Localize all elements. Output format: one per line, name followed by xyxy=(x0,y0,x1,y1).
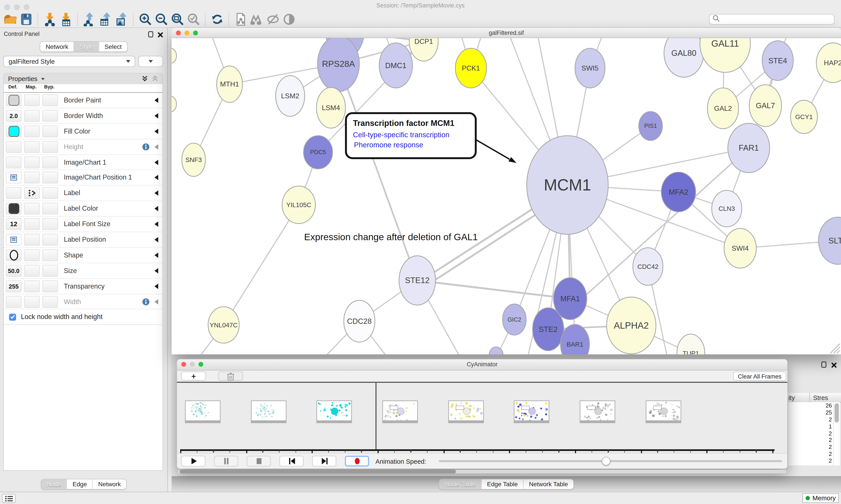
show-all-icon[interactable] xyxy=(281,12,297,27)
tab-select[interactable]: Select xyxy=(99,42,127,51)
collapse-all-icon[interactable] xyxy=(152,75,158,83)
record-button[interactable] xyxy=(345,456,369,467)
attribute-table-scrollbar[interactable] xyxy=(833,402,840,466)
annotation-link[interactable]: Pheromone response xyxy=(354,141,423,149)
table-row[interactable]: 25 xyxy=(788,409,834,416)
float-panel-icon[interactable] xyxy=(148,30,153,40)
memory-button[interactable]: Memory xyxy=(803,493,839,503)
frame-thumbnail-5[interactable] xyxy=(514,400,550,423)
tab-node-table[interactable]: Node Table xyxy=(439,479,481,489)
mapping-cell[interactable] xyxy=(24,265,40,276)
expand-property-arrow[interactable] xyxy=(155,128,158,134)
property-row-transparency[interactable]: 255Transparency xyxy=(4,279,162,294)
expand-property-arrow[interactable] xyxy=(155,206,158,211)
property-row-fill-color[interactable]: Fill Color xyxy=(4,124,162,139)
table-row[interactable]: 2 xyxy=(788,437,834,444)
lock-size-row[interactable]: Lock node width and height xyxy=(4,310,162,325)
zoom-in-icon[interactable] xyxy=(137,12,153,27)
properties-header[interactable]: Properties xyxy=(4,74,162,84)
attribute-table-body[interactable]: 26252122222 xyxy=(787,402,834,466)
expand-property-arrow[interactable] xyxy=(155,175,158,180)
property-row-label-color[interactable]: Label Color xyxy=(4,201,162,217)
import-network-icon[interactable] xyxy=(42,12,58,27)
expand-property-arrow[interactable] xyxy=(155,252,158,258)
expand-property-arrow[interactable] xyxy=(155,284,158,289)
annotation-link[interactable]: Cell-type-specific transcription xyxy=(353,131,449,139)
property-row-border-paint[interactable]: Border Paint xyxy=(4,93,162,108)
bypass-cell[interactable] xyxy=(42,296,58,308)
frame-timeline[interactable]: 0123456789Seconds xyxy=(177,383,787,454)
info-icon[interactable] xyxy=(142,143,149,152)
mapping-cell[interactable] xyxy=(24,125,40,137)
style-options-button[interactable] xyxy=(139,56,163,67)
tab-network-table[interactable]: Network Table xyxy=(523,479,573,489)
default-value-cell[interactable] xyxy=(6,203,21,215)
export-image-icon[interactable] xyxy=(114,12,130,27)
lock-size-checkbox[interactable] xyxy=(9,314,16,321)
clear-all-frames-button[interactable]: Clear All Frames xyxy=(733,372,786,381)
default-value-cell[interactable] xyxy=(6,141,21,152)
property-row-label-font-size[interactable]: 12Label Font Size xyxy=(4,217,162,232)
bypass-cell[interactable] xyxy=(42,234,58,246)
search-input[interactable] xyxy=(720,16,834,23)
table-row[interactable]: 1 xyxy=(788,423,834,430)
hide-selected-icon[interactable] xyxy=(265,12,281,27)
apply-layout-icon[interactable] xyxy=(209,12,225,27)
export-table-icon[interactable] xyxy=(98,12,114,27)
table-row[interactable]: 26 xyxy=(788,402,834,409)
zoom-out-icon[interactable] xyxy=(153,12,169,27)
default-value-cell[interactable]: 50.0 xyxy=(6,265,21,276)
timeline-playhead[interactable] xyxy=(376,383,376,449)
frame-thumbnail-4[interactable] xyxy=(448,400,484,423)
mapping-cell[interactable] xyxy=(24,218,40,230)
default-value-cell[interactable] xyxy=(6,187,21,199)
table-row[interactable]: 2 xyxy=(788,444,834,451)
show-panels-button[interactable] xyxy=(2,494,16,503)
default-value-cell[interactable] xyxy=(6,296,21,308)
close-panel-icon[interactable] xyxy=(831,360,837,370)
expand-property-arrow[interactable] xyxy=(155,299,158,304)
slider-thumb[interactable] xyxy=(602,457,610,466)
property-row-image-chart-position-1[interactable]: Image/Chart Position 1 xyxy=(4,170,162,186)
frame-thumbnail-2[interactable] xyxy=(317,400,352,423)
info-icon[interactable] xyxy=(142,298,149,307)
close-panel-icon[interactable] xyxy=(158,30,163,40)
tab-node[interactable]: Node xyxy=(41,479,67,489)
bypass-cell[interactable] xyxy=(42,265,58,276)
frame-thumbnail-7[interactable] xyxy=(646,400,681,423)
mapping-cell[interactable] xyxy=(24,141,40,152)
open-session-icon[interactable] xyxy=(2,12,18,27)
table-row[interactable]: 2 xyxy=(788,457,834,464)
play-button[interactable] xyxy=(181,456,205,467)
property-row-label-position[interactable]: Label Position xyxy=(4,232,162,248)
mapping-cell[interactable] xyxy=(24,187,40,199)
bypass-cell[interactable] xyxy=(42,203,58,215)
mapping-cell[interactable] xyxy=(24,234,40,246)
bypass-cell[interactable] xyxy=(42,156,58,168)
default-value-cell[interactable]: 12 xyxy=(6,218,21,230)
expand-property-arrow[interactable] xyxy=(155,191,158,196)
default-value-cell[interactable]: 2.0 xyxy=(6,110,21,122)
export-network-icon[interactable] xyxy=(82,12,97,27)
network-window-titlebar[interactable]: galFiltered.sif xyxy=(172,28,841,38)
expand-property-arrow[interactable] xyxy=(155,268,158,273)
bypass-cell[interactable] xyxy=(42,125,58,137)
frame-thumbnail-0[interactable] xyxy=(185,400,220,423)
zoom-selected-icon[interactable] xyxy=(185,12,201,27)
table-horizontal-scrollbar[interactable] xyxy=(178,470,786,473)
import-table-icon[interactable] xyxy=(58,12,74,27)
default-value-cell[interactable] xyxy=(6,249,21,261)
expand-property-arrow[interactable] xyxy=(155,237,158,242)
property-row-width[interactable]: Width xyxy=(4,294,162,310)
network-canvas[interactable]: DCP1RPS28ADMC1PCK1MTH1LSM2LSM4SWI5GAL80G… xyxy=(172,38,841,355)
default-value-cell[interactable] xyxy=(6,125,21,137)
property-row-shape[interactable]: Shape xyxy=(4,248,162,263)
bypass-cell[interactable] xyxy=(42,172,58,184)
frame-thumbnail-1[interactable] xyxy=(251,400,286,423)
tab-network[interactable]: Network xyxy=(40,42,74,51)
tab-style[interactable]: Style xyxy=(74,42,99,51)
bypass-cell[interactable] xyxy=(42,249,58,261)
property-row-height[interactable]: Height xyxy=(4,139,162,155)
column-header-centrality[interactable]: ity xyxy=(788,394,795,401)
property-row-label[interactable]: Label xyxy=(4,186,162,201)
